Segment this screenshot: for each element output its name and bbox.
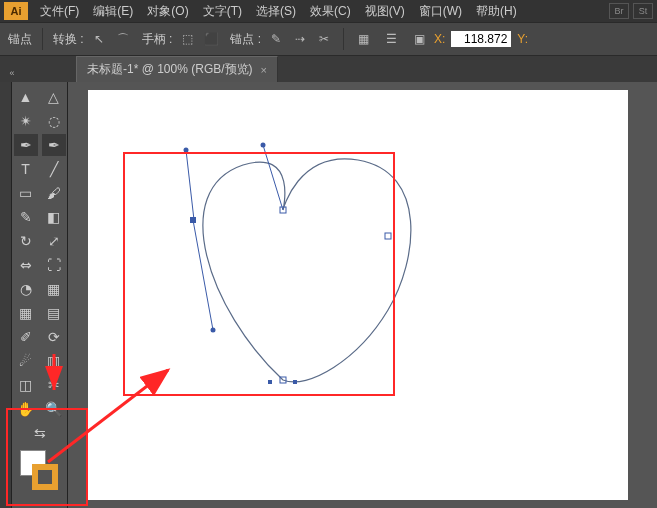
- y-label: Y:: [517, 32, 528, 46]
- handle-show-icon[interactable]: ⬚: [178, 30, 196, 48]
- menu-select[interactable]: 选择(S): [250, 1, 302, 22]
- document-tab-row: « 未标题-1* @ 100% (RGB/预览) ×: [0, 56, 657, 82]
- gradient-tool[interactable]: ▤: [42, 302, 66, 324]
- document-tab-title: 未标题-1* @ 100% (RGB/预览): [87, 61, 253, 78]
- magic-wand-tool[interactable]: ✴: [14, 110, 38, 132]
- free-transform-tool[interactable]: ⛶: [42, 254, 66, 276]
- direct-selection-tool[interactable]: △: [42, 86, 66, 108]
- menu-object[interactable]: 对象(O): [141, 1, 194, 22]
- width-tool[interactable]: ⇔: [14, 254, 38, 276]
- paintbrush-tool[interactable]: 🖌: [42, 182, 66, 204]
- handle-group: 手柄 : ⬚ ⬛: [142, 30, 221, 48]
- options-bar: 锚点 转换 : ↖ ⌒ 手柄 : ⬚ ⬛ 锚点 : ✎ ⇢ ✂ ▦ ☰ ▣ X:…: [0, 22, 657, 56]
- line-tool[interactable]: ╱: [42, 158, 66, 180]
- document-tab[interactable]: 未标题-1* @ 100% (RGB/预览) ×: [76, 56, 278, 82]
- stock-icon[interactable]: St: [633, 3, 653, 19]
- x-label: X:: [434, 32, 445, 46]
- stroke-swatch[interactable]: [32, 464, 58, 490]
- zoom-tool[interactable]: 🔍: [42, 398, 66, 420]
- svg-point-11: [211, 328, 216, 333]
- hand-tool[interactable]: ✋: [14, 398, 38, 420]
- connect-anchor-icon[interactable]: ⇢: [291, 30, 309, 48]
- eraser-tool[interactable]: ◧: [42, 206, 66, 228]
- toggle-fill-stroke-icon[interactable]: ⇆: [28, 422, 52, 444]
- anchors-label: 锚点 :: [230, 31, 261, 48]
- toolbox: ▲△✴◌✒✒T╱▭🖌✎◧↻⤢⇔⛶◔▦▦▤✐⟳☄▥◫✂✋🔍 ⇆: [12, 82, 68, 508]
- artboard[interactable]: [88, 90, 628, 500]
- menu-view[interactable]: 视图(V): [359, 1, 411, 22]
- title-bar: Ai 文件(F) 编辑(E) 对象(O) 文字(T) 选择(S) 效果(C) 视…: [0, 0, 657, 22]
- separator: [343, 28, 344, 50]
- separator: [42, 28, 43, 50]
- perspective-tool[interactable]: ▦: [42, 278, 66, 300]
- symbol-sprayer-tool[interactable]: ☄: [14, 350, 38, 372]
- convert-smooth-icon[interactable]: ⌒: [114, 30, 132, 48]
- convert-corner-icon[interactable]: ↖: [90, 30, 108, 48]
- svg-rect-3: [190, 217, 196, 223]
- app-logo: Ai: [4, 2, 28, 20]
- eyedropper-tool[interactable]: ✐: [14, 326, 38, 348]
- selection-tool[interactable]: ▲: [14, 86, 38, 108]
- handle-hide-icon[interactable]: ⬛: [202, 30, 220, 48]
- workspace: ▲△✴◌✒✒T╱▭🖌✎◧↻⤢⇔⛶◔▦▦▤✐⟳☄▥◫✂✋🔍 ⇆: [0, 82, 657, 508]
- svg-line-1: [186, 150, 194, 220]
- menu-window[interactable]: 窗口(W): [413, 1, 468, 22]
- pen-convert-tool[interactable]: ✒: [42, 134, 66, 156]
- bridge-icon[interactable]: Br: [609, 3, 629, 19]
- panel-collapse-icon[interactable]: «: [6, 64, 18, 82]
- dock-column[interactable]: [0, 82, 12, 508]
- convert-group: 转换 : ↖ ⌒: [53, 30, 132, 48]
- svg-rect-7: [268, 380, 272, 384]
- anchor-mode-label: 锚点: [8, 31, 32, 48]
- cut-path-icon[interactable]: ✂: [315, 30, 333, 48]
- slice-tool[interactable]: ✂: [42, 374, 66, 396]
- scale-tool[interactable]: ⤢: [42, 230, 66, 252]
- convert-label: 转换 :: [53, 31, 84, 48]
- anchors-group: 锚点 : ✎ ⇢ ✂: [230, 30, 333, 48]
- remove-anchor-icon[interactable]: ✎: [267, 30, 285, 48]
- type-tool[interactable]: T: [14, 158, 38, 180]
- svg-line-2: [263, 145, 283, 210]
- lasso-tool[interactable]: ◌: [42, 110, 66, 132]
- ref-point-icon[interactable]: ▣: [410, 30, 428, 48]
- menu-edit[interactable]: 编辑(E): [87, 1, 139, 22]
- svg-point-10: [261, 143, 266, 148]
- close-icon[interactable]: ×: [261, 64, 267, 76]
- svg-rect-8: [293, 380, 297, 384]
- main-menu: 文件(F) 编辑(E) 对象(O) 文字(T) 选择(S) 效果(C) 视图(V…: [34, 1, 523, 22]
- coord-group: ▣ X: 118.872 Y:: [410, 30, 528, 48]
- mesh-tool[interactable]: ▦: [14, 302, 38, 324]
- color-swatches[interactable]: [18, 450, 62, 494]
- canvas-area[interactable]: [68, 82, 657, 508]
- blend-tool[interactable]: ⟳: [42, 326, 66, 348]
- heart-path[interactable]: [88, 90, 628, 500]
- handle-label: 手柄 :: [142, 31, 173, 48]
- isolate-icon[interactable]: ▦: [354, 30, 372, 48]
- align-icon[interactable]: ☰: [382, 30, 400, 48]
- svg-rect-5: [385, 233, 391, 239]
- title-bar-extras: Br St: [609, 3, 653, 19]
- pencil-tool[interactable]: ✎: [14, 206, 38, 228]
- rotate-tool[interactable]: ↻: [14, 230, 38, 252]
- pen-tool[interactable]: ✒: [14, 134, 38, 156]
- graph-tool[interactable]: ▥: [42, 350, 66, 372]
- menu-effect[interactable]: 效果(C): [304, 1, 357, 22]
- menu-type[interactable]: 文字(T): [197, 1, 248, 22]
- x-value-input[interactable]: 118.872: [451, 31, 511, 47]
- shape-builder-tool[interactable]: ◔: [14, 278, 38, 300]
- menu-help[interactable]: 帮助(H): [470, 1, 523, 22]
- rectangle-tool[interactable]: ▭: [14, 182, 38, 204]
- svg-point-9: [184, 148, 189, 153]
- artboard-tool[interactable]: ◫: [14, 374, 38, 396]
- menu-file[interactable]: 文件(F): [34, 1, 85, 22]
